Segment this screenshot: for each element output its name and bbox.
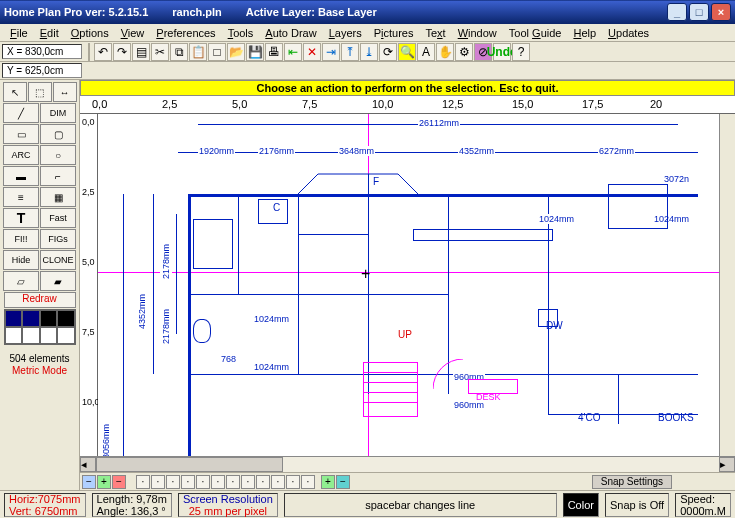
redraw-button[interactable]: Redraw: [4, 292, 76, 308]
paste-icon[interactable]: 📋: [189, 43, 207, 61]
maximize-button[interactable]: □: [689, 3, 709, 21]
menu-layers[interactable]: Layers: [323, 26, 368, 40]
save-icon[interactable]: 💾: [246, 43, 264, 61]
layers-icon[interactable]: ▤: [132, 43, 150, 61]
grid-dot-9[interactable]: ·: [256, 475, 270, 489]
grid-dot-11[interactable]: ·: [286, 475, 300, 489]
align-right-icon[interactable]: ⇥: [322, 43, 340, 61]
fill-tool[interactable]: FI!!: [3, 229, 39, 249]
y-coord: Y = 625,0cm: [2, 63, 82, 78]
status-length-angle: Length: 9,78m Angle: 136,3 °: [92, 493, 172, 517]
title-bar: Home Plan Pro ver: 5.2.15.1 ranch.pln Ac…: [0, 0, 735, 24]
line-tool[interactable]: ╱: [3, 103, 39, 123]
stairs-tool[interactable]: ≡: [3, 187, 39, 207]
hand-icon[interactable]: ✋: [436, 43, 454, 61]
snap-zoom-bar: − + − · · · · · · · · · · · · + − Snap S…: [80, 472, 735, 490]
scroll-thumb[interactable]: [96, 457, 283, 472]
measure-tool[interactable]: ↔: [53, 82, 77, 102]
brush-tool[interactable]: ▰: [40, 271, 76, 291]
zoom-reset-button[interactable]: −: [112, 475, 126, 489]
text-tool[interactable]: T: [3, 208, 39, 228]
undo-icon[interactable]: ↶: [94, 43, 112, 61]
copy-icon[interactable]: ⧉: [170, 43, 188, 61]
grid-dot-3[interactable]: ·: [166, 475, 180, 489]
menu-tools[interactable]: Tools: [222, 26, 260, 40]
grid-dot-12[interactable]: ·: [301, 475, 315, 489]
align-top-icon[interactable]: ⤒: [341, 43, 359, 61]
x-coord: X = 830,0cm: [2, 44, 82, 59]
grid-dot-8[interactable]: ·: [241, 475, 255, 489]
grid-dot-5[interactable]: ·: [196, 475, 210, 489]
redo-icon[interactable]: ↷: [113, 43, 131, 61]
color-palette[interactable]: [4, 309, 76, 345]
eraser-tool[interactable]: ▱: [3, 271, 39, 291]
close-button[interactable]: ×: [711, 3, 731, 21]
scroll-left-button[interactable]: ◂: [80, 457, 96, 472]
action-hint-bar: Choose an action to perform on the selec…: [80, 80, 735, 96]
grid-dot-4[interactable]: ·: [181, 475, 195, 489]
zoom-in-2-button[interactable]: +: [321, 475, 335, 489]
rect2-tool[interactable]: ▢: [40, 124, 76, 144]
wall-tool[interactable]: ▬: [3, 166, 39, 186]
menu-preferences[interactable]: Preferences: [150, 26, 221, 40]
dim-tool[interactable]: DIM: [40, 103, 76, 123]
pointer-tool[interactable]: ↖: [3, 82, 27, 102]
menu-help[interactable]: Help: [567, 26, 602, 40]
menu-file[interactable]: File: [4, 26, 34, 40]
search-icon[interactable]: 🔍: [398, 43, 416, 61]
zoom-in-button[interactable]: +: [97, 475, 111, 489]
align-left-icon[interactable]: ⇤: [284, 43, 302, 61]
menu-window[interactable]: Window: [452, 26, 503, 40]
menu-options[interactable]: Options: [65, 26, 115, 40]
grid-dot-7[interactable]: ·: [226, 475, 240, 489]
vertical-scrollbar[interactable]: [719, 114, 735, 456]
tool-icon[interactable]: ⚙: [455, 43, 473, 61]
snap-settings-button[interactable]: Snap Settings: [592, 475, 672, 489]
menu-autodraw[interactable]: Auto Draw: [259, 26, 322, 40]
help-icon[interactable]: ?: [512, 43, 530, 61]
text-icon[interactable]: A: [417, 43, 435, 61]
color-button[interactable]: Color: [563, 493, 599, 517]
zoom-out-button[interactable]: −: [82, 475, 96, 489]
print-icon[interactable]: 🖶: [265, 43, 283, 61]
align-bottom-icon[interactable]: ⤓: [360, 43, 378, 61]
menu-edit[interactable]: Edit: [34, 26, 65, 40]
status-bar: Horiz:7075mm Vert: 6750mm Length: 9,78m …: [0, 490, 735, 518]
menu-updates[interactable]: Updates: [602, 26, 655, 40]
rotate-icon[interactable]: ⟳: [379, 43, 397, 61]
menu-toolguide[interactable]: Tool Guide: [503, 26, 568, 40]
menu-view[interactable]: View: [115, 26, 151, 40]
rect-tool[interactable]: ▭: [3, 124, 39, 144]
hatch-tool[interactable]: ▦: [40, 187, 76, 207]
delete-icon[interactable]: ✕: [303, 43, 321, 61]
menu-text[interactable]: Text: [419, 26, 451, 40]
fast-tool[interactable]: Fast: [40, 208, 76, 228]
clone-tool[interactable]: CLONE: [40, 250, 76, 270]
select-tool[interactable]: ⬚: [28, 82, 52, 102]
grid-dot-1[interactable]: ·: [136, 475, 150, 489]
status-hint: spacebar changes line: [284, 493, 557, 517]
hide-tool[interactable]: Hide: [3, 250, 39, 270]
door-tool[interactable]: ⌐: [40, 166, 76, 186]
grid-dot-10[interactable]: ·: [271, 475, 285, 489]
active-layer: Active Layer: Base Layer: [246, 6, 377, 18]
minimize-button[interactable]: _: [667, 3, 687, 21]
zoom-alt-button[interactable]: −: [336, 475, 350, 489]
figs-tool[interactable]: FIGs: [40, 229, 76, 249]
undo-text-button[interactable]: Undo: [493, 43, 511, 61]
open-icon[interactable]: 📂: [227, 43, 245, 61]
grid-dot-6[interactable]: ·: [211, 475, 225, 489]
app-title: Home Plan Pro ver: 5.2.15.1: [4, 6, 148, 18]
horizontal-scrollbar[interactable]: ◂ ▸: [80, 456, 735, 472]
drawing-canvas[interactable]: 26112mm 1920mm 2176mm 3648mm 4352mm 6272…: [98, 114, 719, 456]
main-area: ↖ ⬚ ↔ ╱ DIM ▭ ▢ ARC ○ ▬ ⌐ ≡ ▦ T Fast FI!…: [0, 80, 735, 490]
menu-bar: File Edit Options View Preferences Tools…: [0, 24, 735, 42]
arc-tool[interactable]: ARC: [3, 145, 39, 165]
file-name: ranch.pln: [172, 6, 222, 18]
cut-icon[interactable]: ✂: [151, 43, 169, 61]
grid-dot-2[interactable]: ·: [151, 475, 165, 489]
circle-tool[interactable]: ○: [40, 145, 76, 165]
scroll-right-button[interactable]: ▸: [719, 457, 735, 472]
new-icon[interactable]: □: [208, 43, 226, 61]
menu-pictures[interactable]: Pictures: [368, 26, 420, 40]
